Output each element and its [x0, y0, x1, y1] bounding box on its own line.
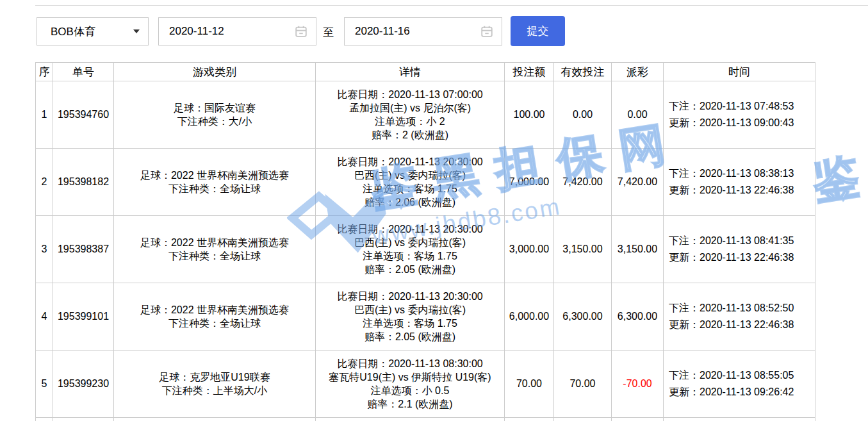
time-line: 更新：2020-11-13 22:46:38	[669, 182, 815, 199]
category-line: 足球：2022 世界杯南美洲预选赛	[114, 236, 315, 249]
header-game-category: 游戏类别	[114, 63, 316, 81]
header-time: 时间	[664, 63, 815, 81]
date-to-input[interactable]: 2020-11-16	[344, 17, 502, 45]
time-line: 下注：2020-11-13 08:41:35	[669, 233, 815, 249]
header-order-no: 单号	[53, 63, 114, 81]
detail-line: 巴西(主) vs 委内瑞拉(客)	[316, 169, 504, 182]
game-category: 足球：2022 世界杯南美洲预选赛 下注种类：全场让球	[114, 149, 316, 216]
game-category: 足球：国际友谊赛 下注种类：大/小	[114, 81, 316, 149]
platform-select-value: BOB体育	[51, 24, 95, 39]
date-from-value: 2020-11-12	[169, 25, 224, 38]
payout: 0.00	[612, 81, 664, 149]
payout: 7,420.00	[612, 149, 664, 216]
table-row: 4 195399101 足球：2022 世界杯南美洲预选赛 下注种类：全场让球 …	[36, 283, 815, 351]
time-line: 下注：2020-11-13 08:38:13	[669, 165, 815, 182]
bet-details: 比赛日期：2020-11-13 20:30:00 巴西(主) vs 委内瑞拉(客…	[316, 283, 505, 351]
table-row: 5 195399230 足球：克罗地亚U19联赛 下注种类：上半场大/小 比赛日…	[36, 351, 815, 418]
detail-line: 比赛日期：2020-11-13 08:30:00	[316, 357, 504, 370]
platform-select[interactable]: BOB体育	[37, 17, 149, 45]
table-row: 3 195398387 足球：2022 世界杯南美洲预选赛 下注种类：全场让球 …	[36, 216, 815, 283]
detail-line: 注单选项：小 2	[316, 115, 504, 128]
row-index	[36, 418, 53, 421]
bet-details	[316, 418, 505, 421]
time-line: 下注：2020-11-13 08:52:50	[669, 300, 815, 317]
bet-amount: 6,000.00	[505, 283, 554, 351]
bet-details: 比赛日期：2020-11-13 07:00:00 孟加拉国(主) vs 尼泊尔(…	[316, 81, 505, 149]
bet-amount: 70.00	[505, 351, 554, 418]
bet-records-table: 序 单号 游戏类别 详情 投注额 有效投注 派彩 时间 1 195394760 …	[35, 62, 815, 421]
header-index: 序	[36, 63, 53, 81]
calendar-icon	[480, 24, 494, 38]
time-line: 下注：2020-11-13 07:48:53	[669, 98, 815, 115]
category-line: 下注种类：大/小	[114, 115, 315, 128]
valid-bet: 70.00	[554, 351, 612, 418]
row-index: 3	[36, 216, 53, 283]
time-line: 更新：2020-11-13 22:46:38	[669, 249, 815, 266]
row-index: 5	[36, 351, 53, 418]
detail-line: 注单选项：客场 1.75	[316, 249, 504, 263]
category-line: 足球：2022 世界杯南美洲预选赛	[114, 303, 315, 317]
date-to-value: 2020-11-16	[355, 25, 410, 38]
time-line: 更新：2020-11-13 09:26:42	[669, 384, 815, 400]
row-index: 2	[36, 149, 53, 216]
detail-line: 孟加拉国(主) vs 尼泊尔(客)	[316, 101, 504, 115]
order-number: 195399101	[53, 283, 114, 351]
detail-line: 巴西(主) vs 委内瑞拉(客)	[316, 303, 504, 317]
bet-amount: 3,000.00	[505, 216, 554, 283]
game-category: 足球：克罗地亚U19联赛 下注种类：上半场大/小	[114, 351, 316, 418]
payout	[612, 418, 664, 421]
valid-bet: 6,300.00	[554, 283, 612, 351]
game-category: 足球：2022 世界杯南美洲预选赛 下注种类：全场让球	[114, 216, 316, 283]
detail-line: 比赛日期：2020-11-13 07:00:00	[316, 88, 504, 101]
detail-line: 赔率：2.1 (欧洲盘)	[316, 397, 504, 411]
game-category: 足球：2022 世界杯南美洲预选赛 下注种类：全场让球	[114, 283, 316, 351]
detail-line: 比赛日期：2020-11-13 20:30:00	[316, 155, 504, 169]
game-category	[114, 418, 316, 421]
bet-details: 比赛日期：2020-11-13 20:30:00 巴西(主) vs 委内瑞拉(客…	[316, 216, 505, 283]
detail-line: 赔率：2.05 (欧洲盘)	[316, 263, 504, 276]
bet-time: 下注：2020-11-13 08:55:05 更新：2020-11-13 09:…	[664, 351, 815, 418]
submit-button[interactable]: 提交	[511, 16, 565, 46]
order-number: 195394760	[53, 81, 114, 149]
bet-time: 下注：2020-11-13 08:38:13 更新：2020-11-13 22:…	[664, 149, 815, 216]
date-from-input[interactable]: 2020-11-12	[158, 17, 316, 45]
valid-bet: 3,150.00	[554, 216, 612, 283]
detail-line: 注单选项：客场 1.75	[316, 317, 504, 330]
valid-bet: 7,420.00	[554, 149, 612, 216]
detail-line: 塞瓦特U19(主) vs 伊斯特拉 U19(客)	[316, 370, 504, 384]
category-line: 下注种类：上半场大/小	[114, 384, 315, 397]
valid-bet: 0.00	[554, 81, 612, 149]
bet-time	[664, 418, 815, 421]
watermark-site-name: 鉴黑担保网	[808, 103, 868, 213]
bet-time: 下注：2020-11-13 08:41:35 更新：2020-11-13 22:…	[664, 216, 815, 283]
bet-details: 比赛日期：2020-11-13 20:30:00 巴西(主) vs 委内瑞拉(客…	[316, 149, 505, 216]
bet-amount: 100.00	[505, 81, 554, 149]
category-line: 下注种类：全场让球	[114, 249, 315, 263]
top-divider	[35, 5, 868, 6]
payout: 6,300.00	[612, 283, 664, 351]
order-number: 195398182	[53, 149, 114, 216]
table-header-row: 序 单号 游戏类别 详情 投注额 有效投注 派彩 时间	[36, 63, 815, 81]
header-bet-amount: 投注额	[505, 63, 554, 81]
row-index: 4	[36, 283, 53, 351]
table-row: 1 195394760 足球：国际友谊赛 下注种类：大/小 比赛日期：2020-…	[36, 81, 815, 149]
header-details: 详情	[316, 63, 505, 81]
date-range-to-label: 至	[323, 25, 334, 40]
bet-amount	[505, 418, 554, 421]
header-payout: 派彩	[612, 63, 664, 81]
row-index: 1	[36, 81, 53, 149]
bet-time: 下注：2020-11-13 07:48:53 更新：2020-11-13 09:…	[664, 81, 815, 149]
time-line: 更新：2020-11-13 22:46:38	[669, 317, 815, 333]
chevron-down-icon	[133, 29, 140, 33]
bet-details: 比赛日期：2020-11-13 08:30:00 塞瓦特U19(主) vs 伊斯…	[316, 351, 505, 418]
detail-line: 巴西(主) vs 委内瑞拉(客)	[316, 236, 504, 249]
payout: 3,150.00	[612, 216, 664, 283]
time-line: 更新：2020-11-13 09:00:43	[669, 115, 815, 131]
detail-line: 赔率：2.06 (欧洲盘)	[316, 195, 504, 209]
category-line: 下注种类：全场让球	[114, 182, 315, 195]
detail-line: 赔率：2.05 (欧洲盘)	[316, 330, 504, 343]
calendar-icon	[294, 24, 308, 38]
category-line: 足球：克罗地亚U19联赛	[114, 370, 315, 384]
bet-amount: 7,000.00	[505, 149, 554, 216]
header-valid-bet: 有效投注	[554, 63, 612, 81]
